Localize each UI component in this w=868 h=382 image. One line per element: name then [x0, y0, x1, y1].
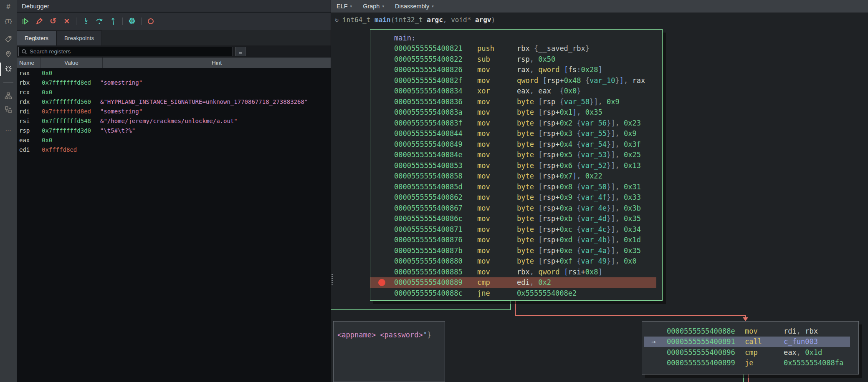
- debugger-panel: Debugger ↺ × ⚙ ······ Registers: [17, 0, 331, 382]
- debugger-bug-icon[interactable]: [0, 64, 17, 73]
- breakpoint-dot[interactable]: [378, 279, 385, 286]
- register-search-row: Search registers ≡: [17, 45, 331, 58]
- instruction-pointer-arrow: →: [651, 337, 655, 346]
- search-placeholder: Search registers: [30, 48, 71, 55]
- basic-block-call[interactable]: 000055555540088emovrdi, rbx→000055555540…: [642, 321, 859, 374]
- instruction-row[interactable]: 000055555540084emovbyte [rsp+0x5 {var_53…: [370, 150, 662, 161]
- instruction-row[interactable]: 0000555555400889cmpedi, 0x2: [370, 277, 656, 288]
- sync-icon[interactable]: [0, 106, 17, 114]
- register-row[interactable]: rdx0x7fffffffd560&"HYPRLAND_INSTANCE_SIG…: [17, 97, 331, 106]
- instruction-row[interactable]: 0000555555400867movbyte [rsp+0xa {var_4e…: [370, 203, 662, 214]
- resume-button[interactable]: [21, 17, 30, 26]
- register-row[interactable]: rbx0x7fffffffd8ed"somestring": [17, 78, 331, 87]
- register-row[interactable]: edi0xffffd8ed: [17, 145, 331, 154]
- symbols-hash-icon[interactable]: #: [0, 3, 17, 11]
- instruction-row[interactable]: 0000555555400821pushrbx {__saved_rbx}: [370, 43, 662, 54]
- instruction-row[interactable]: 0000555555400899je0x5555554008fa: [642, 358, 858, 369]
- column-name[interactable]: Name: [17, 58, 40, 68]
- register-table: rax0x0rbx0x7fffffffd8ed"somestring"rcx0x…: [17, 68, 331, 154]
- basic-block-main[interactable]: main:0000555555400821pushrbx {__saved_rb…: [370, 29, 663, 301]
- debugger-toolbar: ↺ × ⚙: [17, 13, 331, 30]
- register-row[interactable]: rsp0x7fffffffd3d0"\t5#\t?%": [17, 126, 331, 135]
- breakpoint-button[interactable]: [146, 17, 155, 26]
- instruction-row[interactable]: 0000555555400826movrax, qword [fs:0x28]: [370, 65, 662, 75]
- instruction-row[interactable]: 0000555555400885movrbx, qword [rsi+0x8]: [370, 266, 662, 277]
- rail-divider: [3, 82, 13, 83]
- string-literal: <appname> <password>"}: [337, 331, 431, 339]
- types-icon[interactable]: {T}: [0, 18, 17, 24]
- instruction-row[interactable]: 000055555540083amovbyte [rsp+0x1], 0x35: [370, 107, 662, 118]
- activity-bar: # {T} …: [0, 0, 17, 382]
- search-options-button[interactable]: ≡: [235, 47, 245, 56]
- register-row[interactable]: rax0x0: [17, 68, 331, 78]
- instruction-row[interactable]: 0000555555400876movbyte [rsp+0xd {var_4b…: [370, 235, 662, 246]
- location-pin-icon[interactable]: [0, 50, 17, 58]
- more-icon[interactable]: …: [0, 125, 17, 132]
- instruction-row[interactable]: 000055555540082fmovqword [rsp+0x48 {var_…: [370, 75, 662, 86]
- instruction-row[interactable]: 0000555555400862movbyte [rsp+0x9 {var_4f…: [370, 192, 662, 203]
- search-input[interactable]: Search registers: [18, 47, 233, 56]
- instruction-row[interactable]: 000055555540083fmovbyte [rsp+0x2 {var_56…: [370, 118, 662, 128]
- instruction-row[interactable]: 0000555555400858movbyte [rsp+0x7], 0x22: [370, 171, 662, 182]
- block-label: main:: [370, 33, 662, 43]
- register-row[interactable]: rsi0x7fffffffd548&"/home/jeremy/crackmes…: [17, 116, 331, 126]
- register-row[interactable]: rdi0x7fffffffd8ed"somestring": [17, 106, 331, 116]
- instruction-row[interactable]: 0000555555400822subrsp, 0x50: [370, 54, 662, 65]
- step-into-button[interactable]: [81, 17, 90, 26]
- instruction-row[interactable]: 0000555555400896cmpeax, 0x1d: [642, 347, 858, 358]
- stop-button[interactable]: ×: [62, 17, 71, 26]
- instruction-row[interactable]: →0000555555400891callc_fun003: [644, 337, 850, 347]
- attach-button[interactable]: [35, 17, 44, 26]
- instruction-row[interactable]: 0000555555400880movbyte [rsp+0xf {var_49…: [370, 256, 662, 267]
- register-row[interactable]: eax0x0: [17, 135, 331, 145]
- column-value[interactable]: Value: [40, 58, 103, 68]
- instruction-row[interactable]: 0000555555400836movbyte [rsp {var_58}], …: [370, 96, 662, 107]
- settings-button[interactable]: ⚙: [127, 17, 137, 26]
- toolbar-separator: [141, 18, 142, 25]
- instruction-row[interactable]: 000055555540086cmovbyte [rsp+0xb {var_4d…: [370, 214, 662, 224]
- register-table-header: Name Value Hint: [17, 58, 331, 68]
- toolbar-separator: [76, 18, 76, 25]
- basic-block-string[interactable]: <appname> <password>"}: [333, 321, 445, 382]
- step-over-button[interactable]: [95, 17, 104, 26]
- debugger-tabs: Registers Breakpoints: [17, 30, 331, 45]
- panel-title: Debugger: [17, 0, 331, 12]
- step-out-button[interactable]: [109, 17, 118, 26]
- tab-breakpoints[interactable]: Breakpoints: [56, 30, 102, 45]
- instruction-row[interactable]: 0000555555400834xoreax, eax {0x0}: [370, 86, 662, 97]
- disassembly-pane: main:0000555555400821pushrbx {__saved_rb…: [331, 0, 868, 382]
- instruction-row[interactable]: 000055555540085dmovbyte [rsp+0x8 {var_50…: [370, 181, 662, 192]
- toolbar-separator: [122, 18, 123, 25]
- binary-ninja-window: # {T} … Debugger ↺ ×: [0, 0, 868, 382]
- search-icon: [21, 49, 27, 55]
- instruction-row[interactable]: 000055555540087bmovbyte [rsp+0xe {var_4a…: [370, 245, 662, 256]
- instruction-row[interactable]: 0000555555400871movbyte [rsp+0xc {var_4c…: [370, 224, 662, 235]
- column-hint[interactable]: Hint: [103, 58, 331, 68]
- register-row[interactable]: rcx0x0: [17, 87, 331, 97]
- tab-registers[interactable]: Registers: [17, 30, 56, 45]
- instruction-row[interactable]: 000055555540088cjne0x5555554008e2: [370, 288, 662, 299]
- restart-button[interactable]: ↺: [48, 17, 58, 26]
- graph-canvas[interactable]: main:0000555555400821pushrbx {__saved_rb…: [331, 0, 868, 382]
- instruction-row[interactable]: 0000555555400844movbyte [rsp+0x3 {var_55…: [370, 128, 662, 139]
- graph-hierarchy-icon[interactable]: [0, 92, 17, 100]
- tag-icon[interactable]: [0, 35, 17, 43]
- instruction-row[interactable]: 0000555555400853movbyte [rsp+0x6 {var_52…: [370, 160, 662, 171]
- splitter-grip[interactable]: [332, 274, 333, 286]
- instruction-row[interactable]: 0000555555400849movbyte [rsp+0x4 {var_54…: [370, 139, 662, 150]
- instruction-row[interactable]: 000055555540088emovrdi, rbx: [642, 326, 858, 337]
